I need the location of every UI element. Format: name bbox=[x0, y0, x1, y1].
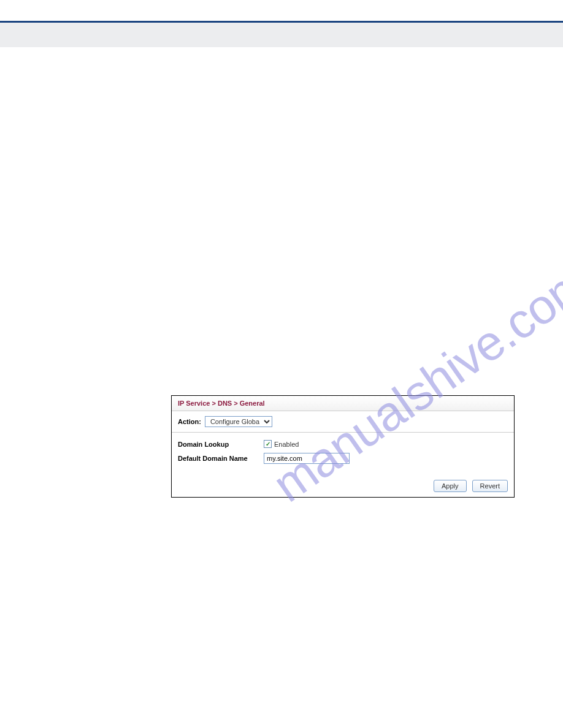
action-select[interactable]: Configure Global bbox=[205, 416, 272, 427]
action-row: Action: Configure Global bbox=[172, 411, 514, 433]
enabled-label: Enabled bbox=[274, 441, 299, 448]
domain-lookup-label: Domain Lookup bbox=[178, 441, 264, 448]
panel-header: IP Service > DNS > General bbox=[172, 396, 514, 411]
breadcrumb: IP Service > DNS > General bbox=[178, 400, 265, 407]
header-band bbox=[0, 23, 563, 47]
form-body: Domain Lookup ✓ Enabled Default Domain N… bbox=[172, 433, 514, 475]
default-domain-label: Default Domain Name bbox=[178, 455, 264, 462]
apply-button[interactable]: Apply bbox=[434, 480, 467, 492]
action-label: Action: bbox=[178, 418, 201, 425]
domain-lookup-row: Domain Lookup ✓ Enabled bbox=[178, 440, 508, 448]
button-row: Apply Revert bbox=[172, 475, 514, 497]
domain-lookup-checkbox[interactable]: ✓ bbox=[264, 440, 272, 448]
domain-lookup-checkbox-wrapper: ✓ Enabled bbox=[264, 440, 299, 448]
dns-general-panel: IP Service > DNS > General Action: Confi… bbox=[171, 395, 515, 498]
revert-button[interactable]: Revert bbox=[472, 480, 508, 492]
default-domain-input[interactable] bbox=[264, 453, 350, 464]
default-domain-row: Default Domain Name bbox=[178, 453, 508, 464]
